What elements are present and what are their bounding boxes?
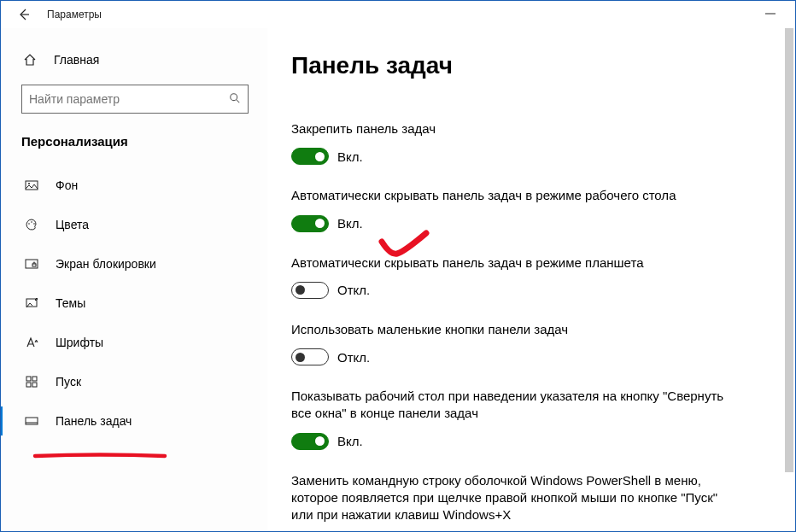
toggle-autohide-tablet[interactable]: [291, 282, 329, 299]
toggle-state: Вкл.: [337, 149, 363, 164]
sidebar-item-themes[interactable]: Темы: [21, 284, 250, 323]
setting-label: Заменить командную строку оболочкой Wind…: [291, 472, 735, 524]
setting-label: Показывать рабочий стол при наведении ук…: [291, 388, 735, 423]
lockscreen-icon: [23, 257, 40, 271]
setting-label: Автоматически скрывать панель задач в ре…: [291, 187, 735, 204]
sidebar-item-label: Фон: [56, 178, 78, 192]
category-title: Персонализация: [21, 134, 250, 149]
home-link[interactable]: Главная: [21, 49, 250, 71]
toggle-state: Откл.: [337, 350, 370, 365]
setting-label: Закрепить панель задач: [291, 120, 735, 137]
taskbar-icon: [23, 414, 40, 428]
setting-lock-taskbar: Закрепить панель задач Вкл.: [291, 120, 771, 165]
svg-line-2: [237, 99, 240, 102]
svg-rect-12: [32, 377, 37, 381]
svg-rect-14: [32, 383, 37, 387]
toggle-small-buttons[interactable]: [291, 348, 329, 365]
toggle-state: Вкл.: [337, 216, 363, 231]
svg-point-6: [31, 221, 32, 223]
svg-rect-15: [26, 418, 38, 424]
svg-point-4: [28, 183, 30, 184]
content-area: Панель задач Закрепить панель задач Вкл.…: [267, 28, 795, 531]
sidebar-item-fonts[interactable]: Шрифты: [21, 323, 250, 362]
svg-rect-11: [26, 377, 31, 381]
svg-point-7: [33, 223, 35, 225]
minimize-button[interactable]: [754, 6, 787, 24]
sidebar-item-colors[interactable]: Цвета: [21, 205, 250, 244]
palette-icon: [23, 218, 40, 231]
start-icon: [23, 375, 40, 389]
sidebar-item-lockscreen[interactable]: Экран блокировки: [21, 244, 250, 284]
sidebar: Главная Персонализация Фон Цвета Экр: [1, 28, 267, 531]
picture-icon: [23, 178, 40, 192]
scrollbar-thumb[interactable]: [785, 28, 793, 472]
toggle-lock-taskbar[interactable]: [291, 148, 329, 165]
sidebar-item-label: Пуск: [56, 375, 81, 389]
setting-autohide-tablet: Автоматически скрывать панель задач в ре…: [291, 254, 771, 299]
sidebar-item-label: Темы: [56, 296, 85, 310]
svg-point-5: [28, 223, 30, 225]
setting-powershell: Заменить командную строку оболочкой Wind…: [291, 472, 771, 524]
window-title: Параметры: [47, 9, 102, 20]
sidebar-item-taskbar[interactable]: Панель задач: [21, 401, 250, 441]
home-icon: [21, 53, 38, 67]
toggle-state: Откл.: [337, 283, 370, 297]
home-label: Главная: [54, 53, 99, 67]
setting-label: Использовать маленькие кнопки панели зад…: [291, 321, 735, 338]
search-input[interactable]: [29, 92, 229, 106]
toggle-state: Вкл.: [337, 434, 363, 448]
setting-peek-desktop: Показывать рабочий стол при наведении ук…: [291, 388, 771, 450]
svg-rect-9: [32, 264, 36, 266]
sidebar-item-background[interactable]: Фон: [21, 166, 250, 205]
fonts-icon: [23, 336, 40, 349]
toggle-autohide-desktop[interactable]: [291, 215, 329, 232]
setting-autohide-desktop: Автоматически скрывать панель задач в ре…: [291, 187, 771, 231]
themes-icon: [23, 296, 40, 310]
svg-rect-13: [26, 383, 31, 387]
sidebar-item-label: Шрифты: [56, 336, 103, 349]
sidebar-item-label: Панель задач: [56, 414, 132, 428]
setting-small-buttons: Использовать маленькие кнопки панели зад…: [291, 321, 771, 365]
setting-label: Автоматически скрывать панель задач в ре…: [291, 254, 735, 272]
page-heading: Панель задач: [291, 52, 771, 79]
vertical-scrollbar[interactable]: [784, 28, 794, 530]
svg-point-1: [231, 93, 237, 100]
sidebar-item-label: Экран блокировки: [56, 257, 156, 271]
sidebar-item-start[interactable]: Пуск: [21, 362, 250, 401]
sidebar-item-label: Цвета: [56, 218, 89, 231]
search-box[interactable]: [21, 85, 249, 114]
toggle-peek-desktop[interactable]: [291, 433, 329, 450]
back-button[interactable]: [16, 7, 32, 22]
search-icon: [229, 92, 241, 107]
